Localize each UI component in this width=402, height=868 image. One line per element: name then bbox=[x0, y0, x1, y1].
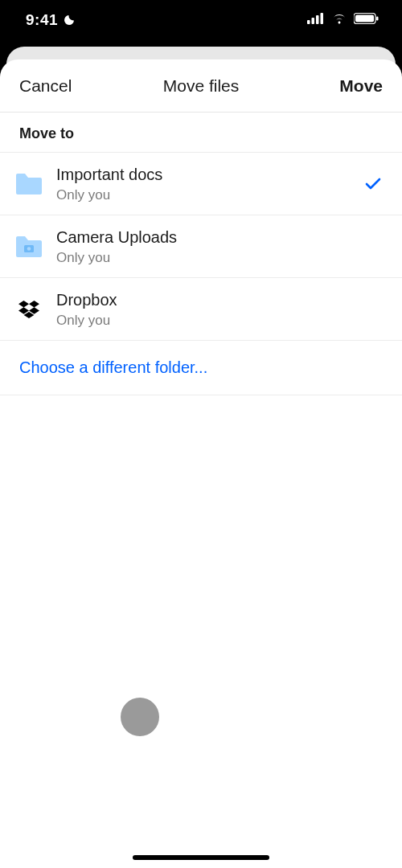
nav-bar: Cancel Move files Move bbox=[0, 59, 402, 113]
move-button[interactable]: Move bbox=[310, 76, 383, 96]
svg-point-8 bbox=[27, 247, 31, 251]
checkmark-icon bbox=[362, 173, 384, 195]
nav-title: Move files bbox=[163, 76, 240, 96]
svg-rect-2 bbox=[316, 15, 319, 24]
svg-rect-3 bbox=[321, 13, 324, 24]
folder-subtitle: Only you bbox=[56, 187, 362, 203]
move-files-sheet: Cancel Move files Move Move to Important… bbox=[0, 59, 402, 868]
folder-camera-icon bbox=[13, 231, 45, 263]
status-time: 9:41 bbox=[26, 11, 58, 29]
touch-indicator bbox=[121, 698, 159, 736]
folder-row-dropbox[interactable]: Dropbox Only you bbox=[0, 278, 402, 341]
svg-rect-1 bbox=[312, 18, 315, 24]
folder-subtitle: Only you bbox=[56, 313, 362, 329]
wifi-icon bbox=[331, 13, 347, 27]
folder-row-camera-uploads[interactable]: Camera Uploads Only you bbox=[0, 215, 402, 278]
home-indicator[interactable] bbox=[133, 855, 269, 860]
section-header-move-to: Move to bbox=[0, 113, 402, 153]
cancel-button[interactable]: Cancel bbox=[19, 76, 92, 96]
svg-rect-6 bbox=[376, 17, 379, 21]
row-check-empty bbox=[362, 298, 384, 321]
svg-rect-0 bbox=[307, 20, 310, 24]
status-bar: 9:41 bbox=[0, 0, 402, 40]
row-check-empty bbox=[362, 235, 384, 258]
choose-different-folder-link[interactable]: Choose a different folder... bbox=[19, 358, 383, 377]
choose-different-folder-row[interactable]: Choose a different folder... bbox=[0, 341, 402, 395]
folder-name: Dropbox bbox=[56, 289, 362, 310]
svg-rect-5 bbox=[355, 15, 374, 23]
battery-icon bbox=[354, 13, 379, 27]
folder-list: Important docs Only you Camera Uploads O… bbox=[0, 153, 402, 395]
folder-row-important-docs[interactable]: Important docs Only you bbox=[0, 153, 402, 215]
folder-name: Important docs bbox=[56, 164, 362, 185]
dropbox-icon bbox=[13, 293, 45, 326]
folder-name: Camera Uploads bbox=[56, 227, 362, 248]
cellular-signal-icon bbox=[307, 13, 325, 27]
folder-subtitle: Only you bbox=[56, 250, 362, 266]
folder-icon bbox=[13, 168, 45, 200]
do-not-disturb-icon bbox=[63, 14, 76, 27]
